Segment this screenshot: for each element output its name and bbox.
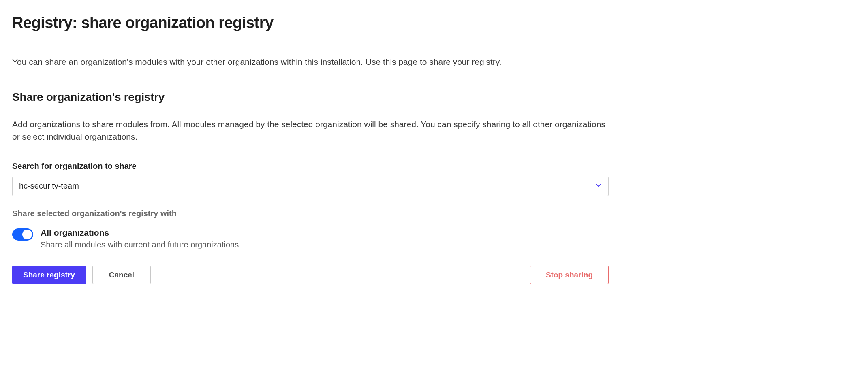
section-title: Share organization's registry <box>12 91 609 104</box>
all-organizations-toggle-row: All organizations Share all modules with… <box>12 228 609 249</box>
toggle-description: Share all modules with current and futur… <box>41 240 239 249</box>
toggle-knob <box>22 230 32 239</box>
button-row: Share registry Cancel Stop sharing <box>12 266 609 284</box>
section-description: Add organizations to share modules from.… <box>12 118 609 143</box>
organization-select[interactable] <box>12 177 609 196</box>
stop-sharing-button[interactable]: Stop sharing <box>530 266 609 284</box>
search-label: Search for organization to share <box>12 162 609 171</box>
page-title: Registry: share organization registry <box>12 14 609 39</box>
page-description: You can share an organization's modules … <box>12 55 609 68</box>
share-with-label: Share selected organization's registry w… <box>12 209 609 218</box>
cancel-button[interactable]: Cancel <box>92 266 151 284</box>
share-registry-button[interactable]: Share registry <box>12 266 86 284</box>
all-organizations-toggle[interactable] <box>12 228 33 241</box>
organization-select-wrapper <box>12 177 609 196</box>
toggle-content: All organizations Share all modules with… <box>41 228 239 249</box>
toggle-title: All organizations <box>41 228 239 238</box>
